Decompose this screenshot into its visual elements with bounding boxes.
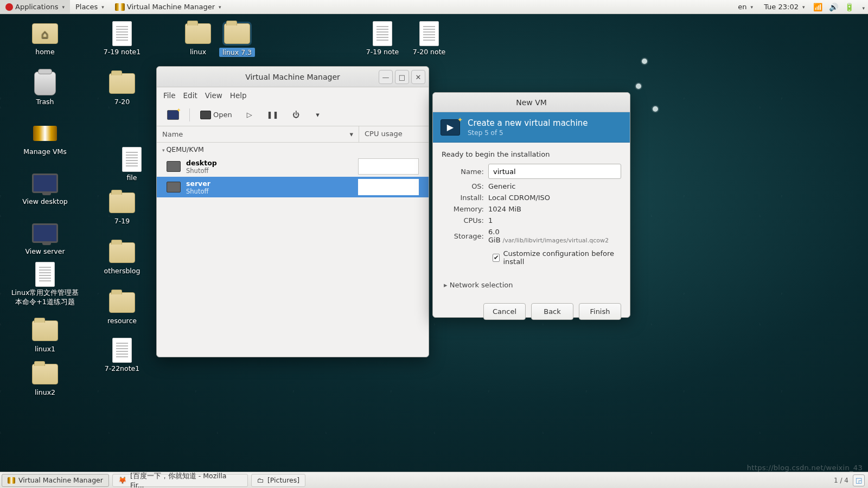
volume-icon[interactable]: 🔊 bbox=[826, 3, 841, 11]
vmm-toolbar: Open ▷ ❚❚ ⏻ ▾ bbox=[157, 104, 429, 126]
vm-row-desktop[interactable]: desktopShutoff bbox=[157, 156, 429, 177]
app-menu[interactable]: Virtual Machine Manager bbox=[110, 0, 227, 14]
minimize-button[interactable]: — bbox=[379, 70, 393, 84]
wallpaper-dot bbox=[636, 84, 641, 89]
open-button[interactable]: Open bbox=[195, 107, 237, 123]
label-cpus: CPUs: bbox=[442, 216, 488, 224]
desktop-icon-managevms[interactable]: Manage VMs bbox=[10, 121, 80, 156]
desktop-icon-f719[interactable]: 7-19 bbox=[87, 191, 157, 225]
watermark: https://blog.csdn.net/weixin_43 bbox=[747, 464, 863, 472]
icon-label: Linux常用文件管理基本命令+1道练习题 bbox=[10, 288, 80, 307]
icon-label: file bbox=[126, 174, 137, 182]
cancel-button[interactable]: Cancel bbox=[483, 303, 526, 320]
folder-icon: 🗀 bbox=[257, 476, 264, 484]
bottom-taskbar: Virtual Machine Manager 🦊[百度一下，你就知道 - Mo… bbox=[0, 472, 868, 488]
task-label: [百度一下，你就知道 - Mozilla Fir... bbox=[130, 472, 242, 489]
firefox-icon: 🦊 bbox=[118, 476, 127, 484]
wifi-icon[interactable]: 📶 bbox=[810, 3, 826, 11]
icon-label: home bbox=[35, 48, 54, 56]
document-icon bbox=[122, 147, 142, 172]
col-name[interactable]: Name▾ bbox=[157, 126, 359, 142]
customize-checkbox-row[interactable]: ✔Customize configuration before install bbox=[493, 249, 621, 266]
icon-label: 7-20 bbox=[114, 98, 130, 106]
icon-label: resource bbox=[107, 317, 137, 325]
desktop-icon-note722[interactable]: 7-22note1 bbox=[87, 338, 157, 373]
clock[interactable]: Tue 23:02 bbox=[758, 3, 810, 11]
vm-row-server[interactable]: serverShutoff bbox=[157, 177, 429, 197]
close-button[interactable]: ✕ bbox=[411, 70, 425, 84]
checkbox-icon[interactable]: ✔ bbox=[493, 254, 500, 262]
ready-label: Ready to begin the installation bbox=[442, 150, 621, 158]
desktop-icon-note720[interactable]: 7-20 note bbox=[394, 22, 464, 56]
task-label: Virtual Machine Manager bbox=[18, 476, 103, 484]
task-vmm[interactable]: Virtual Machine Manager bbox=[2, 474, 109, 487]
dlg-buttons: Cancel Back Finish bbox=[433, 294, 630, 329]
finish-button[interactable]: Finish bbox=[579, 303, 621, 320]
task-label: [Pictures] bbox=[267, 476, 299, 484]
folder-icon bbox=[109, 192, 135, 213]
desktop-icon-linuxdoc[interactable]: Linux常用文件管理基本命令+1道练习题 bbox=[10, 262, 80, 307]
applications-menu[interactable]: Applications bbox=[0, 0, 70, 14]
label-name: Name: bbox=[442, 168, 488, 176]
document-icon bbox=[419, 21, 439, 46]
places-menu[interactable]: Places bbox=[70, 0, 110, 14]
icon-label: 7-22note1 bbox=[105, 364, 139, 373]
document-icon bbox=[373, 21, 392, 46]
menu-help[interactable]: Help bbox=[230, 91, 247, 100]
menu-edit[interactable]: Edit bbox=[183, 91, 197, 100]
desktop-icon-linux2[interactable]: linux2 bbox=[10, 362, 80, 396]
pause-button[interactable]: ❚❚ bbox=[262, 107, 284, 123]
shutdown-button[interactable]: ⏻ bbox=[287, 107, 305, 123]
dlg-title: New VM bbox=[516, 98, 547, 107]
desktop-icon-note719[interactable]: 7-19 note1 bbox=[87, 22, 157, 56]
desktop-icon-linux73[interactable]: linux 7.3 bbox=[202, 22, 272, 57]
icon-label: View desktop bbox=[22, 197, 68, 206]
desktop-icon-viewserver[interactable]: View server bbox=[10, 221, 80, 255]
battery-icon[interactable]: 🔋 bbox=[841, 3, 857, 11]
back-label: Back bbox=[544, 307, 561, 316]
folder-icon bbox=[32, 320, 58, 341]
new-vm-icon: ▶ bbox=[441, 119, 460, 136]
value-storage-size: 6.0 GiB bbox=[488, 228, 501, 244]
task-pictures[interactable]: 🗀[Pictures] bbox=[251, 474, 305, 487]
network-selection-expander[interactable]: Network selection bbox=[444, 281, 621, 289]
desktop-icon-f720[interactable]: 7-20 bbox=[87, 72, 157, 106]
desktop-icon-home[interactable]: home bbox=[10, 22, 80, 56]
menu-view[interactable]: View bbox=[205, 91, 222, 100]
dlg-titlebar[interactable]: New VM bbox=[433, 93, 630, 112]
document-icon bbox=[35, 262, 55, 287]
desktop-icon-trash[interactable]: Trash bbox=[10, 72, 80, 106]
shutdown-menu-button[interactable]: ▾ bbox=[309, 107, 327, 123]
icon-label: 7-19 note1 bbox=[104, 48, 141, 56]
workspace-switcher-icon[interactable]: ◲ bbox=[853, 474, 865, 486]
screen-icon bbox=[32, 174, 58, 193]
col-cpu-label: CPU usage bbox=[365, 130, 403, 138]
workspace-pager[interactable]: 1 / 4 bbox=[834, 477, 848, 484]
connection-qemu[interactable]: QEMU/KVM bbox=[157, 143, 429, 156]
vmm-titlebar[interactable]: Virtual Machine Manager — □ ✕ bbox=[157, 67, 429, 87]
task-firefox[interactable]: 🦊[百度一下，你就知道 - Mozilla Fir... bbox=[112, 474, 248, 487]
label-os: OS: bbox=[442, 182, 488, 190]
group-label: QEMU/KVM bbox=[166, 145, 203, 153]
col-cpu[interactable]: CPU usage bbox=[359, 126, 429, 142]
label-install: Install: bbox=[442, 194, 488, 202]
run-button[interactable]: ▷ bbox=[240, 107, 259, 123]
system-tray: en Tue 23:02 📶 🔊 🔋 bbox=[732, 3, 868, 11]
trash-icon bbox=[34, 72, 56, 95]
maximize-button[interactable]: □ bbox=[395, 70, 409, 84]
label-storage: Storage: bbox=[442, 232, 488, 240]
document-icon bbox=[112, 21, 132, 46]
desktop-icon-linux1[interactable]: linux1 bbox=[10, 319, 80, 353]
back-button[interactable]: Back bbox=[531, 303, 573, 320]
desktop-icon-othersblog[interactable]: othersblog bbox=[87, 241, 157, 275]
menu-file[interactable]: File bbox=[163, 91, 176, 100]
new-vm-button[interactable] bbox=[162, 107, 184, 123]
user-menu[interactable] bbox=[857, 3, 868, 11]
desktop-icon-resource[interactable]: resource bbox=[87, 291, 157, 325]
vm-name: server bbox=[186, 179, 210, 188]
app-menu-label: Virtual Machine Manager bbox=[127, 3, 215, 11]
name-input[interactable] bbox=[488, 164, 621, 179]
input-lang[interactable]: en bbox=[732, 3, 758, 11]
desktop-icon-viewdesktop[interactable]: View desktop bbox=[10, 171, 80, 206]
icon-label: View server bbox=[25, 247, 65, 255]
